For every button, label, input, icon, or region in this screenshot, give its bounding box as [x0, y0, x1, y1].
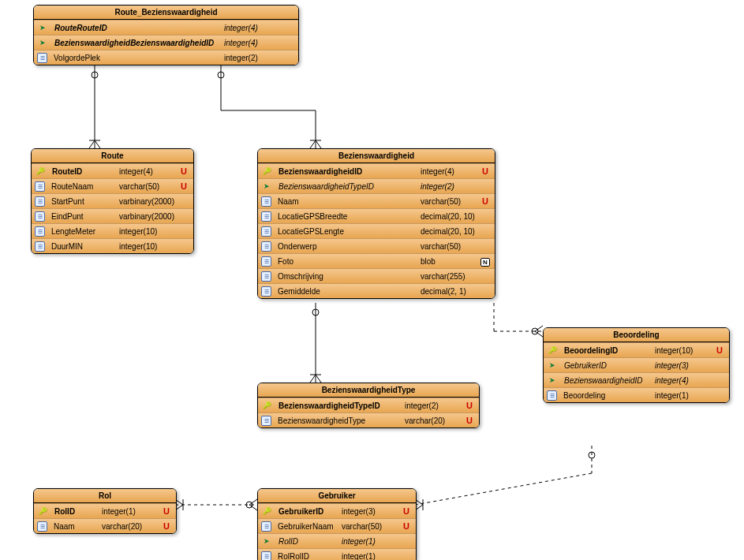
column-row[interactable]: Naamvarchar(20)U — [34, 518, 176, 533]
entity-title: Beoordeling — [544, 328, 729, 342]
svg-line-21 — [535, 331, 543, 337]
column-name: BeoordelingID — [561, 346, 652, 355]
column-name: GebruikerNaam — [275, 522, 338, 531]
column-icon — [261, 256, 271, 267]
column-name: Naam — [275, 197, 417, 206]
column-type: integer(2) — [417, 182, 479, 191]
column-name: Naam — [50, 522, 99, 531]
key-icon — [261, 506, 272, 517]
column-type: integer(10) — [652, 346, 713, 355]
column-row[interactable]: GebruikerIDinteger(3) — [544, 357, 729, 372]
column-name: BezienswaardigheidID — [561, 376, 652, 385]
column-type: varchar(255) — [417, 272, 479, 281]
svg-line-3 — [89, 140, 95, 148]
unique-badge: U — [400, 521, 413, 531]
column-row[interactable]: BezienswaardigheidBezienswaardigheidIDin… — [34, 35, 298, 50]
column-row[interactable]: StartPuntvarbinary(2000) — [32, 193, 193, 208]
column-type: integer(10) — [116, 227, 178, 236]
entity-title: Rol — [34, 489, 176, 503]
column-row[interactable]: Onderwerpvarchar(50) — [258, 238, 495, 253]
svg-line-31 — [249, 505, 257, 510]
column-type: integer(2) — [221, 54, 282, 62]
column-icon — [547, 390, 557, 401]
entity-route[interactable]: RouteRouteIDinteger(4)URouteNaamvarchar(… — [31, 148, 194, 254]
entity-rol[interactable]: RolRolIDinteger(1)UNaamvarchar(20)U — [33, 488, 177, 534]
column-name: RolRolID — [275, 552, 338, 561]
svg-line-11 — [316, 140, 321, 148]
column-name: RouteID — [49, 167, 116, 176]
entity-route_bezien[interactable]: Route_BezienswaardigheidRouteRouteIDinte… — [33, 5, 299, 65]
column-icon — [261, 196, 271, 207]
column-type: varchar(20) — [402, 416, 463, 425]
entity-title: Route_Bezienswaardigheid — [34, 6, 298, 20]
column-type: integer(4) — [417, 167, 479, 176]
column-type: integer(4) — [221, 24, 282, 32]
column-name: BezienswaardigheidType — [275, 416, 402, 425]
unique-badge: U — [178, 166, 190, 176]
column-row[interactable]: RolIDinteger(1) — [258, 533, 416, 548]
column-row[interactable]: Omschrijvingvarchar(255) — [258, 268, 495, 283]
column-name: LocatieGPSBreedte — [275, 212, 417, 221]
column-name: Omschrijving — [275, 272, 417, 281]
column-row[interactable]: BeoordelingIDinteger(10)U — [544, 342, 729, 357]
entity-gebruiker[interactable]: GebruikerGebruikerIDinteger(3)UGebruiker… — [257, 488, 417, 560]
column-row[interactable]: BezienswaardigheidTypeIDinteger(2)U — [258, 398, 479, 413]
svg-line-15 — [310, 375, 316, 383]
column-row[interactable]: EindPuntvarbinary(2000) — [32, 208, 193, 223]
column-row[interactable]: VolgordePlekinteger(2) — [34, 50, 298, 65]
column-row[interactable]: Gemiddeldedecimal(2, 1) — [258, 283, 495, 298]
svg-point-29 — [246, 502, 252, 508]
column-type: decimal(20, 10) — [417, 227, 479, 236]
column-row[interactable]: LocatieGPSBreedtedecimal(20, 10) — [258, 208, 495, 223]
column-row[interactable]: GebruikerNaamvarchar(50)U — [258, 518, 416, 533]
column-row[interactable]: BezienswaardigheidTypevarchar(20)U — [258, 413, 479, 427]
nullable-badge: N — [479, 256, 492, 266]
column-type: decimal(20, 10) — [417, 212, 479, 221]
column-row[interactable]: RouteRouteIDinteger(4) — [34, 20, 298, 35]
column-row[interactable]: BezienswaardigheidTypeIDinteger(2) — [258, 178, 495, 193]
column-type: integer(1) — [338, 552, 400, 561]
column-type: integer(4) — [221, 39, 282, 47]
unique-badge: U — [160, 521, 173, 531]
column-name: RouteRouteID — [51, 24, 221, 32]
column-row[interactable]: RouteNaamvarchar(50)U — [32, 178, 193, 193]
column-row[interactable]: LengteMeterinteger(10) — [32, 223, 193, 238]
svg-line-4 — [95, 140, 100, 148]
svg-point-13 — [312, 309, 319, 315]
column-type: decimal(2, 1) — [417, 287, 479, 296]
column-row[interactable]: GebruikerIDinteger(3)U — [258, 503, 416, 518]
column-name: BezienswaardigheidBezienswaardigheidID — [51, 39, 221, 47]
column-type: blob — [417, 257, 479, 266]
column-icon — [35, 241, 45, 252]
column-icon — [35, 211, 45, 222]
svg-line-23 — [415, 473, 592, 505]
entity-beoordeling[interactable]: BeoordelingBeoordelingIDinteger(10)UGebr… — [543, 327, 730, 403]
column-row[interactable]: FotoblobN — [258, 253, 495, 268]
column-type: integer(3) — [652, 361, 713, 370]
column-row[interactable]: Beoordelinginteger(1) — [544, 387, 729, 402]
column-icon — [261, 226, 271, 237]
column-name: RolID — [275, 537, 338, 546]
column-row[interactable]: RolRolIDinteger(1) — [258, 548, 416, 560]
svg-point-19 — [532, 328, 538, 334]
entity-bezien[interactable]: BezienswaardigheidBezienswaardigheidIDin… — [257, 148, 495, 299]
entity-bezientype[interactable]: BezienswaardigheidTypeBezienswaardigheid… — [257, 383, 480, 428]
column-row[interactable]: RouteIDinteger(4)U — [32, 163, 193, 178]
column-name: BezienswaardigheidTypeID — [275, 182, 417, 191]
foreignkey-icon — [547, 360, 558, 371]
column-name: GebruikerID — [561, 361, 652, 370]
column-row[interactable]: DuurMINinteger(10) — [32, 238, 193, 253]
column-type: varchar(20) — [99, 522, 160, 531]
column-row[interactable]: BezienswaardigheidIDinteger(4) — [544, 372, 729, 387]
svg-line-10 — [310, 140, 316, 148]
column-type: varbinary(2000) — [116, 212, 178, 221]
column-row[interactable]: RolIDinteger(1)U — [34, 503, 176, 518]
column-icon — [261, 286, 271, 297]
column-row[interactable]: BezienswaardigheidIDinteger(4)U — [258, 163, 495, 178]
column-name: EindPunt — [48, 212, 116, 221]
unique-badge: U — [463, 401, 476, 410]
column-row[interactable]: Naamvarchar(50)U — [258, 193, 495, 208]
column-row[interactable]: LocatieGPSLengtedecimal(20, 10) — [258, 223, 495, 238]
column-type: varchar(50) — [338, 522, 400, 531]
key-icon — [37, 506, 48, 517]
